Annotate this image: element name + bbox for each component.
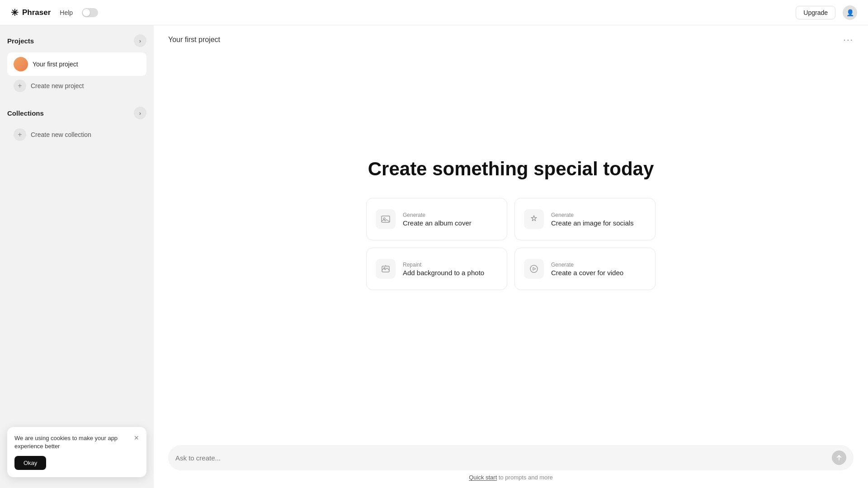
hero-section: Create something special today Generate … [154, 45, 868, 440]
create-collection-label: Create new collection [31, 131, 91, 138]
bottom-bar: Quick start to prompts and more [154, 440, 868, 488]
cookie-header: We are using cookies to make your app ex… [14, 434, 139, 450]
project-item-first[interactable]: Your first project [7, 52, 146, 76]
svg-rect-0 [382, 216, 390, 222]
socials-action: Create an image for socials [551, 219, 634, 227]
repaint-label: Repaint [403, 262, 484, 268]
topnav: ✳ Phraser Help Upgrade 👤 [0, 0, 868, 25]
repaint-text: Repaint Add background to a photo [403, 262, 484, 277]
video-cover-card[interactable]: Generate Create a cover for video [514, 248, 656, 290]
video-cover-text: Generate Create a cover for video [551, 262, 623, 277]
video-cover-label: Generate [551, 262, 623, 268]
socials-text: Generate Create an image for socials [551, 212, 634, 227]
app-name: Phraser [22, 8, 51, 17]
svg-point-1 [383, 218, 385, 220]
logo-icon: ✳ [11, 7, 19, 18]
toggle-knob [83, 9, 90, 16]
svg-point-4 [530, 265, 538, 272]
album-cover-icon [376, 209, 396, 229]
video-cover-icon [524, 259, 544, 279]
repaint-action: Add background to a photo [403, 269, 484, 277]
create-collection-item[interactable]: + Create new collection [7, 125, 146, 145]
collections-title: Collections [7, 109, 44, 117]
video-cover-action: Create a cover for video [551, 269, 623, 277]
socials-card[interactable]: Generate Create an image for socials [514, 198, 656, 240]
cookie-close-button[interactable]: ✕ [134, 434, 139, 441]
cookie-okay-button[interactable]: Okay [14, 456, 46, 470]
avatar[interactable]: 👤 [843, 5, 857, 20]
page-title: Your first project [168, 36, 220, 44]
project-avatar [14, 57, 28, 71]
upgrade-button[interactable]: Upgrade [796, 6, 835, 19]
album-cover-text: Generate Create an album cover [403, 212, 472, 227]
main-layout: Projects › Your first project + Create n… [0, 25, 868, 488]
logo[interactable]: ✳ Phraser [11, 7, 51, 18]
help-link[interactable]: Help [60, 9, 73, 16]
ask-input-wrap [168, 445, 854, 470]
theme-toggle[interactable] [82, 8, 98, 17]
quick-start-link[interactable]: Quick start [469, 474, 497, 481]
collections-header: Collections › [7, 107, 146, 119]
socials-label: Generate [551, 212, 634, 218]
sidebar: Projects › Your first project + Create n… [0, 25, 154, 488]
action-cards-grid: Generate Create an album cover Generate … [366, 198, 656, 290]
ask-send-button[interactable] [832, 450, 846, 465]
album-cover-action: Create an album cover [403, 219, 472, 227]
cookie-banner: We are using cookies to make your app ex… [7, 427, 146, 477]
repaint-card[interactable]: Repaint Add background to a photo [366, 248, 507, 290]
repaint-icon [376, 259, 396, 279]
create-project-label: Create new project [31, 82, 84, 89]
hero-title: Create something special today [368, 158, 654, 180]
quick-start-row: Quick start to prompts and more [168, 474, 854, 481]
projects-section: Projects › Your first project + Create n… [7, 34, 146, 96]
collections-section: Collections › + Create new collection [7, 107, 146, 145]
cookie-message: We are using cookies to make your app ex… [14, 434, 134, 450]
ask-input[interactable] [175, 454, 826, 462]
avatar-icon: 👤 [846, 9, 854, 16]
album-cover-card[interactable]: Generate Create an album cover [366, 198, 507, 240]
socials-icon [524, 209, 544, 229]
quick-start-suffix: to prompts and more [497, 474, 553, 481]
content-area: Your first project ··· Create something … [154, 25, 868, 488]
projects-title: Projects [7, 37, 34, 45]
create-project-icon: + [14, 80, 26, 92]
projects-expand-button[interactable]: › [134, 34, 146, 47]
project-name: Your first project [33, 61, 78, 68]
more-options-button[interactable]: ··· [843, 34, 854, 45]
create-collection-icon: + [14, 128, 26, 141]
album-cover-label: Generate [403, 212, 472, 218]
collections-expand-button[interactable]: › [134, 107, 146, 119]
content-header: Your first project ··· [154, 25, 868, 45]
projects-header: Projects › [7, 34, 146, 47]
create-project-item[interactable]: + Create new project [7, 76, 146, 96]
